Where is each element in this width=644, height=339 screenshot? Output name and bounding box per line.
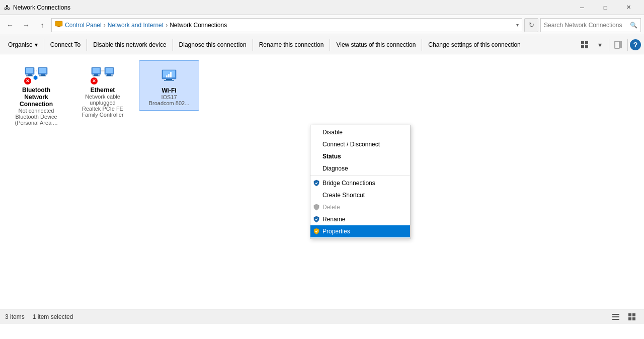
breadcrumb-sep-2: › — [166, 22, 168, 29]
title-bar: 🖧 Network Connections ─ □ ✕ — [0, 0, 644, 15]
status-right — [609, 310, 639, 324]
search-input[interactable] — [544, 22, 628, 29]
minimize-button[interactable]: ─ — [571, 0, 594, 15]
network-item-ethernet[interactable]: ✕ Ethernet Network cable unplugged Realt… — [72, 60, 133, 122]
breadcrumb-part-2[interactable]: Network and Internet — [108, 22, 164, 29]
svg-rect-22 — [106, 68, 113, 73]
search-bar[interactable]: 🔍 — [540, 18, 641, 32]
diagnose-button[interactable]: Diagnose this connection — [174, 36, 252, 53]
toolbar-separator-4 — [253, 39, 253, 51]
window-title: Network Connections — [13, 4, 70, 11]
organise-chevron: ▾ — [35, 41, 38, 48]
svg-rect-23 — [107, 74, 111, 75]
disable-button[interactable]: Disable this network device — [88, 36, 171, 53]
window-icon: 🖧 — [4, 4, 10, 11]
ctx-disable-label: Disable — [323, 129, 343, 136]
ctx-status-label: Status — [323, 153, 341, 160]
status-left: 3 items 1 item selected — [5, 313, 73, 320]
ctx-bridge[interactable]: Bridge Connections — [310, 177, 410, 189]
network-item-bluetooth[interactable]: ⬢ ✕ Bluetooth Network Connection Not con… — [6, 60, 66, 130]
preview-pane-button[interactable] — [611, 38, 625, 52]
maximize-button[interactable]: □ — [594, 0, 617, 15]
ctx-connect-disconnect-label: Connect / Disconnect — [323, 141, 380, 148]
bluetooth-icon: ⬢ ✕ — [24, 64, 48, 84]
title-bar-left: 🖧 Network Connections — [4, 4, 70, 11]
organise-button[interactable]: Organise ▾ — [3, 36, 43, 53]
help-button[interactable]: ? — [630, 39, 641, 50]
ctx-shortcut-label: Create Shortcut — [323, 192, 365, 199]
bluetooth-name: Bluetooth Network Connection — [10, 87, 62, 108]
ctx-connect-disconnect[interactable]: Connect / Disconnect — [310, 138, 410, 150]
ctx-delete[interactable]: Delete — [310, 201, 410, 213]
svg-rect-12 — [39, 68, 46, 73]
ctx-rename[interactable]: Rename — [310, 213, 410, 225]
breadcrumb-chevron[interactable]: ▾ — [516, 22, 519, 28]
selected-count: 1 item selected — [33, 313, 73, 320]
wifi-name: Wi-Fi — [162, 87, 176, 94]
svg-rect-18 — [93, 68, 100, 73]
svg-rect-10 — [26, 75, 33, 76]
toolbar-separator-3 — [173, 39, 173, 51]
svg-rect-32 — [170, 72, 172, 77]
change-settings-button[interactable]: Change settings of this connection — [423, 36, 525, 53]
svg-rect-24 — [106, 75, 113, 76]
up-button[interactable]: ↑ — [35, 18, 49, 32]
svg-rect-6 — [620, 41, 622, 48]
breadcrumb-part-1[interactable]: Control Panel — [65, 22, 102, 29]
svg-rect-4 — [585, 45, 588, 48]
refresh-button[interactable]: ↻ — [524, 18, 538, 32]
svg-rect-29 — [164, 80, 174, 81]
back-button[interactable]: ← — [3, 18, 17, 32]
ctx-separator-1 — [310, 176, 410, 176]
svg-rect-5 — [615, 41, 619, 48]
svg-rect-3 — [581, 45, 584, 48]
context-menu: Disable Connect / Disconnect Status Diag… — [310, 125, 411, 239]
grid-view-button[interactable] — [625, 310, 639, 324]
svg-rect-38 — [628, 317, 631, 320]
title-bar-controls: ─ □ ✕ — [571, 0, 640, 15]
svg-rect-20 — [93, 75, 100, 76]
svg-rect-28 — [166, 79, 172, 80]
ethernet-sub2: Realtek PCIe FE Family Controller — [76, 106, 129, 118]
delete-shield-icon — [312, 203, 320, 211]
ctx-shortcut[interactable]: Create Shortcut — [310, 189, 410, 201]
toolbar-separator-8 — [627, 39, 628, 51]
ctx-diagnose[interactable]: Diagnose — [310, 162, 410, 175]
ethernet-icon: ✕ — [91, 64, 115, 84]
breadcrumb-part-3: Network Connections — [170, 22, 227, 29]
connect-to-button[interactable]: Connect To — [45, 36, 86, 53]
svg-rect-36 — [628, 313, 631, 316]
svg-rect-39 — [632, 317, 635, 320]
view-status-button[interactable]: View status of this connection — [331, 36, 421, 53]
svg-rect-35 — [612, 319, 619, 320]
items-count: 3 items — [5, 313, 25, 320]
forward-button[interactable]: → — [19, 18, 33, 32]
ctx-disable[interactable]: Disable — [310, 126, 410, 138]
toolbar-separator-1 — [44, 39, 44, 51]
ctx-properties-label: Properties — [323, 228, 350, 235]
wifi-sub2: Broadcom 802... — [149, 100, 190, 106]
ctx-delete-label: Delete — [323, 204, 340, 211]
rename-button[interactable]: Rename this connection — [254, 36, 329, 53]
toolbar-separator-5 — [330, 39, 330, 51]
toolbar-separator-6 — [422, 39, 422, 51]
list-view-button[interactable] — [609, 310, 623, 324]
wifi-sub1: IOS17 — [161, 94, 177, 100]
bluetooth-sub1: Not connected — [19, 108, 54, 114]
breadcrumb[interactable]: Control Panel › Network and Internet › N… — [51, 18, 522, 32]
ctx-bridge-label: Bridge Connections — [323, 180, 375, 187]
svg-rect-0 — [55, 21, 62, 26]
view-options-button[interactable] — [578, 38, 592, 52]
search-icon: 🔍 — [630, 22, 637, 29]
view-dropdown-button[interactable]: ▾ — [593, 38, 607, 52]
ctx-status[interactable]: Status — [310, 150, 410, 162]
svg-rect-14 — [39, 75, 46, 76]
ethernet-name: Ethernet — [91, 87, 115, 94]
svg-text:⬢: ⬢ — [33, 75, 38, 80]
ethernet-error-badge: ✕ — [91, 77, 98, 84]
close-button[interactable]: ✕ — [617, 0, 640, 15]
toolbar-separator-7 — [609, 39, 609, 51]
network-item-wifi[interactable]: Wi-Fi IOS17 Broadcom 802... — [139, 60, 199, 111]
address-bar: ← → ↑ Control Panel › Network and Intern… — [0, 15, 644, 35]
ctx-properties[interactable]: Properties — [310, 225, 410, 237]
